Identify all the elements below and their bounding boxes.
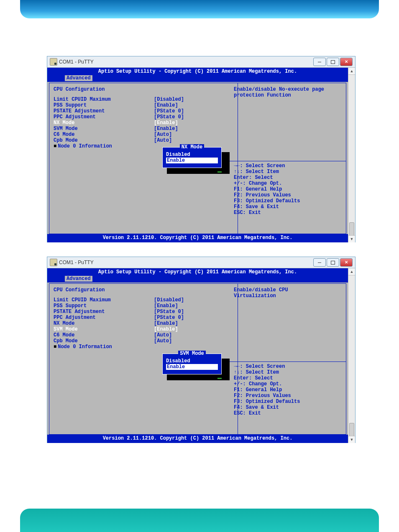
setting-row[interactable]: Limit CPUID Maximum[Disabled] — [54, 97, 233, 102]
bios-header: Aptio Setup Utility - Copyright (C) 2011… — [47, 268, 348, 276]
putty-window-svm: COM1 - PuTTY ✕ Aptio Setup Utility - Cop… — [47, 257, 356, 443]
maximize-button[interactable] — [327, 258, 339, 267]
setting-row[interactable]: NX Mode[Enable] — [54, 321, 233, 326]
option-popup-nx[interactable]: NX Mode Disabled Enable — [162, 147, 222, 168]
scroll-down-icon[interactable]: ▼ — [348, 436, 355, 443]
popup-option-selected[interactable]: Enable — [166, 364, 218, 370]
popup-option[interactable]: Disabled — [166, 358, 218, 364]
settings-list: Limit CPUID Maximum[Disabled] PSS Suppor… — [54, 97, 233, 149]
help-panel: Enable/disable No-execute page protectio… — [230, 83, 346, 234]
scroll-thumb[interactable] — [349, 222, 354, 236]
putty-window-nx: COM1 - PuTTY ✕ Aptio Setup Utility - Cop… — [47, 56, 356, 242]
help-text-line: Enable/disable No-execute page — [234, 87, 342, 92]
scroll-up-icon[interactable]: ▲ — [348, 68, 355, 75]
setting-row[interactable]: PPC Adjustment[PState 0] — [54, 114, 233, 120]
titlebar[interactable]: COM1 - PuTTY ✕ — [47, 56, 355, 68]
doc-header-banner — [20, 0, 379, 18]
nav-help: →←: Select Screen ↑↓: Select Item Enter:… — [234, 163, 342, 216]
popup-title: NX Mode — [180, 144, 204, 150]
setting-row[interactable]: PSTATE Adjustment[PState 0] — [54, 108, 233, 114]
putty-icon — [50, 58, 57, 66]
help-text-line: Enable/disable CPU — [234, 287, 342, 293]
window-title: COM1 - PuTTY — [59, 59, 94, 64]
popup-option-selected[interactable]: Enable — [166, 158, 218, 163]
setting-row-highlighted[interactable]: NX Mode[Enable] — [54, 120, 233, 126]
setting-row[interactable]: C6 Mode[Auto] — [54, 132, 233, 137]
popup-option[interactable]: Disabled — [166, 152, 218, 158]
scroll-down-icon[interactable]: ▼ — [348, 235, 355, 242]
window-title: COM1 - PuTTY — [59, 260, 94, 265]
tab-row: Advanced — [47, 75, 348, 82]
bios-footer: Version 2.11.1210. Copyright (C) 2011 Am… — [47, 435, 348, 443]
cursor — [217, 171, 222, 173]
cursor — [217, 378, 222, 379]
setting-row[interactable]: Cpb Mode[Auto] — [54, 338, 233, 344]
close-button[interactable]: ✕ — [340, 58, 353, 66]
maximize-button[interactable] — [327, 58, 339, 66]
help-text-line: Virtualization — [234, 293, 342, 299]
setting-row[interactable]: C6 Mode[Auto] — [54, 332, 233, 338]
minimize-button[interactable] — [313, 58, 326, 66]
setting-row[interactable]: PSS Support[Enable] — [54, 102, 233, 108]
close-button[interactable]: ✕ — [340, 258, 353, 267]
setting-row-highlighted[interactable]: SVM Mode[Enable] — [54, 326, 233, 332]
settings-list: Limit CPUID Maximum[Disabled] PSS Suppor… — [54, 297, 233, 350]
help-panel: Enable/disable CPU Virtualization →←: Se… — [230, 284, 346, 434]
help-divider — [230, 361, 346, 362]
setting-row[interactable]: PSS Support[Enable] — [54, 303, 233, 309]
titlebar[interactable]: COM1 - PuTTY ✕ — [47, 257, 355, 268]
setting-row[interactable]: PSTATE Adjustment[PState 0] — [54, 309, 233, 315]
bios-header: Aptio Setup Utility - Copyright (C) 2011… — [47, 68, 348, 75]
tab-row: Advanced — [47, 276, 348, 283]
setting-row[interactable]: Limit CPUID Maximum[Disabled] — [54, 297, 233, 303]
terminal[interactable]: Aptio Setup Utility - Copyright (C) 2011… — [47, 268, 348, 443]
setting-row[interactable]: PPC Adjustment[PState 0] — [54, 315, 233, 321]
tab-advanced[interactable]: Advanced — [65, 75, 92, 81]
terminal[interactable]: Aptio Setup Utility - Copyright (C) 2011… — [47, 68, 348, 242]
scroll-up-icon[interactable]: ▲ — [348, 268, 355, 275]
putty-icon — [50, 259, 57, 266]
minimize-button[interactable] — [313, 258, 326, 267]
setting-row[interactable]: SVM Mode[Enable] — [54, 126, 233, 132]
popup-title: SVM Mode — [178, 351, 206, 356]
option-popup-svm[interactable]: SVM Mode Disabled Enable — [162, 354, 222, 374]
submenu-node0[interactable]: Node 0 Information — [54, 344, 233, 350]
section-title: CPU Configuration — [54, 87, 233, 92]
help-text-line: protection Function — [234, 92, 342, 98]
scroll-thumb[interactable] — [349, 423, 354, 436]
doc-footer-banner — [20, 509, 379, 532]
help-divider — [230, 161, 346, 161]
bios-footer: Version 2.11.1210. Copyright (C) 2011 Am… — [47, 234, 348, 242]
tab-advanced[interactable]: Advanced — [65, 276, 92, 282]
section-title: CPU Configuration — [54, 287, 233, 293]
scrollbar[interactable]: ▲ ▼ — [348, 268, 355, 443]
setting-row[interactable]: Cpb Mode[Auto] — [54, 137, 233, 143]
scrollbar[interactable]: ▲ ▼ — [348, 68, 355, 242]
nav-help: →←: Select Screen ↑↓: Select Item Enter:… — [234, 364, 342, 416]
